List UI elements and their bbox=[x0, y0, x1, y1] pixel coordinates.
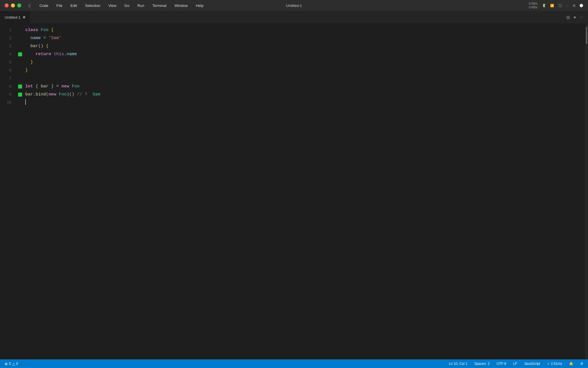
control-strip-icon: ⊞ bbox=[573, 4, 575, 7]
bell-icon: 🔔 bbox=[569, 362, 573, 366]
title-bar-right: 0 KB/s 0 KB/s 🔋 📶 ⬛ ··· ⊞ 🕐 bbox=[529, 2, 583, 9]
split-editor-icon[interactable]: ⊞ bbox=[566, 15, 570, 20]
tab-actions: ⊞ ● ··· bbox=[566, 15, 588, 20]
eol-text: LF bbox=[513, 362, 517, 366]
breakpoint-9[interactable] bbox=[18, 93, 22, 97]
control-center-icon: ⬛ bbox=[558, 4, 562, 7]
tab-bar: Untitled-1 ⊞ ● ··· bbox=[0, 11, 588, 24]
code-line-10: 10 bbox=[0, 99, 585, 107]
network-stats: 0 KB/s 0 KB/s bbox=[529, 2, 537, 9]
traffic-lights bbox=[5, 3, 21, 7]
menu-view[interactable]: View bbox=[107, 3, 117, 8]
more-icon: ··· bbox=[566, 4, 569, 7]
status-right: Ln 10, Col 1 Spaces: 2 UTF-8 LF JavaScri… bbox=[448, 361, 585, 366]
text-cursor bbox=[25, 99, 26, 105]
breakpoint-8[interactable] bbox=[18, 85, 22, 89]
menu-terminal[interactable]: Terminal bbox=[151, 3, 168, 8]
errors-status[interactable]: ⊗ 0 △ 0 bbox=[3, 361, 19, 367]
line-number-9: 9 bbox=[0, 91, 17, 99]
fullscreen-button[interactable] bbox=[17, 3, 21, 7]
line-number-7: 7 bbox=[0, 74, 17, 83]
code-line-2: 2 name = 'Sam' bbox=[0, 34, 585, 42]
encoding[interactable]: UTF-8 bbox=[495, 361, 507, 366]
code-line-7: 7 bbox=[0, 74, 585, 83]
close-button[interactable] bbox=[5, 3, 9, 7]
line-content-8: let { bar } = new Foo bbox=[23, 83, 585, 91]
spaces-text: Spaces: 2 bbox=[474, 362, 490, 366]
window-title: Untitled-1 bbox=[286, 3, 302, 8]
encoding-text: UTF-8 bbox=[496, 362, 506, 366]
indentation[interactable]: Spaces: 2 bbox=[473, 361, 491, 366]
position-text: Ln 10, Col 1 bbox=[449, 362, 467, 366]
line-number-8: 8 bbox=[0, 83, 17, 91]
line-content-7 bbox=[23, 74, 585, 83]
notifications-icon[interactable]: 🔔 bbox=[568, 361, 575, 366]
menu-file[interactable]: File bbox=[55, 3, 64, 8]
title-bar-icons: 🔋 📶 ⬛ ··· ⊞ 🕐 bbox=[542, 4, 583, 7]
line-number-6: 6 bbox=[0, 66, 17, 74]
line-number-1: 1 bbox=[0, 26, 17, 34]
download-speed: 0 KB/s bbox=[529, 5, 537, 9]
line-content-10 bbox=[23, 99, 585, 107]
remote-icon[interactable]: ⚙ bbox=[579, 361, 585, 366]
minimize-button[interactable] bbox=[11, 3, 15, 7]
tab-label: Untitled-1 bbox=[5, 15, 21, 20]
editor-container: 1 class Foo { 2 name = 'Sam' 3 bar() { 4 bbox=[0, 24, 588, 359]
line-number-5: 5 bbox=[0, 58, 17, 66]
code-line-1: 1 class Foo { bbox=[0, 26, 585, 34]
code-line-4: 4 return this.name bbox=[0, 50, 585, 58]
menu-help[interactable]: Help bbox=[195, 3, 205, 8]
editor-main[interactable]: 1 class Foo { 2 name = 'Sam' 3 bar() { 4 bbox=[0, 24, 585, 359]
code-area[interactable]: 1 class Foo { 2 name = 'Sam' 3 bar() { 4 bbox=[0, 24, 585, 109]
timing-text: ✓ 2.61ms bbox=[547, 362, 562, 366]
status-bar: ⊗ 0 △ 0 Ln 10, Col 1 Spaces: 2 UTF-8 LF … bbox=[0, 359, 588, 368]
code-line-3: 3 bar() { bbox=[0, 42, 585, 50]
battery-icon: 🔋 bbox=[542, 4, 546, 7]
breakpoint-4[interactable] bbox=[18, 52, 22, 56]
line-content-4: return this.name bbox=[23, 50, 585, 58]
warning-icon: △ bbox=[12, 362, 15, 366]
clock-icon: 🕐 bbox=[579, 4, 583, 7]
line-content-2: name = 'Sam' bbox=[23, 34, 585, 42]
upload-speed: 0 KB/s bbox=[529, 2, 537, 5]
cursor-position[interactable]: Ln 10, Col 1 bbox=[448, 361, 469, 366]
remote-connection-icon: ⚙ bbox=[580, 362, 583, 366]
line-number-10: 10 bbox=[0, 99, 17, 107]
circle-icon: ● bbox=[573, 15, 576, 20]
more-actions-icon[interactable]: ··· bbox=[580, 15, 583, 20]
line-content-3: bar() { bbox=[23, 42, 585, 50]
code-line-9: 9 bar.bind(new Foo)() // ? Sam bbox=[0, 91, 585, 99]
editor-tab[interactable]: Untitled-1 bbox=[0, 11, 30, 24]
line-number-4: 4 bbox=[0, 50, 17, 58]
menu-run[interactable]: Run bbox=[136, 3, 146, 8]
menu-edit[interactable]: Edit bbox=[69, 3, 78, 8]
title-bar:  Code File Edit Selection View Go Run T… bbox=[0, 0, 588, 11]
error-icon: ⊗ bbox=[5, 362, 8, 366]
code-line-6: 6 } bbox=[0, 66, 585, 74]
line-content-1: class Foo { bbox=[23, 26, 585, 34]
code-line-8: 8 let { bar } = new Foo bbox=[0, 83, 585, 91]
gutter-9 bbox=[17, 93, 23, 97]
error-count: 0 bbox=[9, 362, 11, 366]
eol[interactable]: LF bbox=[512, 361, 518, 366]
status-left: ⊗ 0 △ 0 bbox=[3, 361, 19, 367]
unsaved-dot bbox=[23, 16, 25, 18]
warning-count: 0 bbox=[16, 362, 18, 366]
scrollbar-thumb[interactable] bbox=[586, 27, 587, 44]
menu-selection[interactable]: Selection bbox=[84, 3, 101, 8]
menu-go[interactable]: Go bbox=[123, 3, 130, 8]
timing: ✓ 2.61ms bbox=[546, 361, 563, 366]
line-number-2: 2 bbox=[0, 34, 17, 42]
menu-code[interactable]: Code bbox=[38, 3, 49, 8]
menu-bar:  Code File Edit Selection View Go Run T… bbox=[28, 3, 205, 9]
menu-window[interactable]: Window bbox=[173, 3, 189, 8]
line-content-9: bar.bind(new Foo)() // ? Sam bbox=[23, 91, 585, 99]
line-content-5: } bbox=[23, 58, 585, 66]
language-mode[interactable]: JavaScript bbox=[523, 361, 541, 366]
gutter-4 bbox=[17, 52, 23, 56]
line-number-3: 3 bbox=[0, 42, 17, 50]
wifi-icon: 📶 bbox=[550, 4, 554, 7]
apple-menu[interactable]:  bbox=[28, 3, 31, 9]
code-line-5: 5 } bbox=[0, 58, 585, 66]
scrollbar[interactable] bbox=[585, 24, 588, 359]
